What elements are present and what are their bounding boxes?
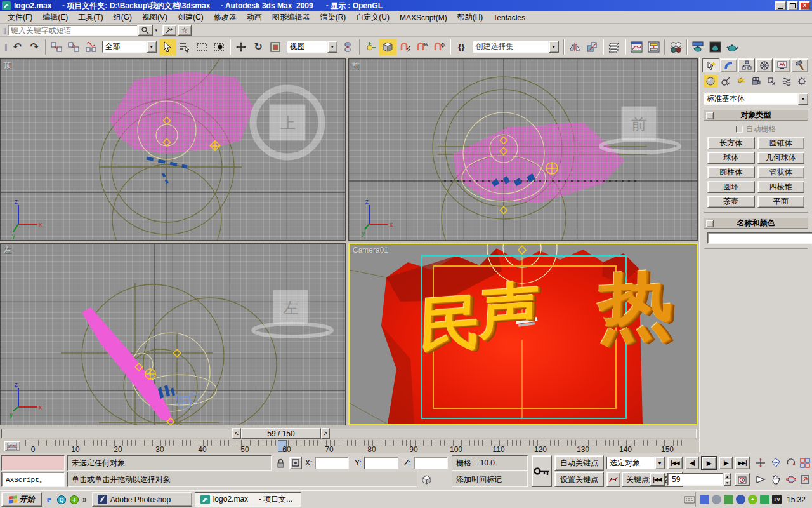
window-crossing-button[interactable] bbox=[211, 39, 228, 55]
tab-hierarchy[interactable] bbox=[738, 58, 755, 72]
named-selection-sets-button[interactable]: {} bbox=[453, 39, 470, 55]
render-setup-button[interactable] bbox=[690, 39, 707, 55]
torus-button[interactable]: 圆环 bbox=[707, 181, 755, 193]
maximize-viewport-toggle[interactable] bbox=[798, 472, 812, 486]
tab-modify[interactable] bbox=[720, 58, 737, 72]
current-frame-field[interactable]: 59 bbox=[667, 473, 723, 486]
selection-filter-dropdown[interactable]: 全部 ▼ bbox=[102, 41, 157, 53]
category-shapes[interactable] bbox=[719, 75, 733, 88]
select-move-button[interactable] bbox=[233, 39, 250, 55]
frame-spinner[interactable]: ▲ ▼ bbox=[724, 473, 731, 486]
arc-rotate-button[interactable] bbox=[784, 472, 798, 486]
viewcube-front-face-label[interactable]: 前 bbox=[629, 115, 648, 134]
viewcube-top-face-label[interactable]: 上 bbox=[278, 114, 298, 133]
category-helpers[interactable] bbox=[764, 75, 778, 88]
material-editor-button[interactable] bbox=[667, 39, 684, 55]
category-cameras[interactable] bbox=[749, 75, 763, 88]
schematic-view-button[interactable] bbox=[645, 39, 662, 55]
curve-editor-button[interactable] bbox=[628, 39, 645, 55]
spinner-down-icon[interactable]: ▼ bbox=[724, 479, 731, 486]
search-input[interactable] bbox=[8, 25, 138, 36]
category-systems[interactable] bbox=[795, 75, 809, 88]
zoom-extents-all-button[interactable] bbox=[798, 456, 812, 470]
mirror-button[interactable] bbox=[566, 39, 584, 55]
favorites-button[interactable]: ☆ bbox=[178, 25, 192, 36]
previous-frame-button[interactable]: ◀| bbox=[685, 457, 699, 469]
redo-button[interactable]: ↷ bbox=[26, 39, 43, 55]
task-photoshop[interactable]: Adobe Photoshop bbox=[92, 492, 192, 507]
key-selection-dropdown[interactable]: 选定对象 ▼ bbox=[606, 457, 665, 469]
search-dropdown-button[interactable]: ▼ bbox=[153, 25, 160, 36]
autogrid-checkbox[interactable] bbox=[736, 126, 743, 133]
communication-center-button[interactable] bbox=[162, 25, 176, 36]
track-bar[interactable]: 0 10 20 30 40 50 60 70 80 90 100 110 120… bbox=[0, 439, 699, 453]
select-manipulate-button[interactable] bbox=[362, 39, 379, 55]
quicklaunch-overflow-chevron[interactable]: » bbox=[82, 495, 87, 504]
menu-tools[interactable]: 工具(T) bbox=[73, 11, 108, 24]
task-3dsmax[interactable]: logo2.max - 项目文... bbox=[195, 492, 301, 507]
menu-tentacles[interactable]: Tentacles bbox=[488, 12, 530, 23]
menu-customize[interactable]: 自定义(U) bbox=[351, 11, 395, 24]
tab-create[interactable] bbox=[702, 58, 719, 72]
selection-lock-button[interactable] bbox=[274, 457, 287, 469]
unlink-button[interactable] bbox=[65, 39, 82, 55]
viewport-top[interactable]: 顶 bbox=[0, 58, 346, 241]
zoom-all-button[interactable] bbox=[784, 456, 798, 470]
auto-key-button[interactable]: 自动关键点 bbox=[554, 455, 604, 471]
quicklaunch-browser-icon[interactable]: e bbox=[43, 494, 55, 505]
select-rotate-button[interactable]: ↻ bbox=[250, 39, 267, 55]
key-curve-button[interactable] bbox=[606, 472, 620, 487]
tray-360-plus-icon[interactable]: + bbox=[748, 495, 757, 504]
sphere-button[interactable]: 球体 bbox=[707, 152, 755, 164]
name-color-rollout-header[interactable]: 名称和颜色 bbox=[704, 218, 808, 229]
pyramid-button[interactable]: 四棱锥 bbox=[757, 181, 805, 193]
select-object-button[interactable] bbox=[159, 39, 176, 55]
angle-snap-button[interactable] bbox=[396, 39, 414, 55]
tray-tv-icon[interactable]: TV bbox=[772, 495, 782, 504]
cone-button[interactable]: 圆锥体 bbox=[757, 137, 805, 149]
category-spacewarps[interactable] bbox=[780, 75, 794, 88]
set-key-button[interactable]: 设置关键点 bbox=[554, 472, 604, 487]
bind-spacewarp-button[interactable] bbox=[82, 39, 100, 55]
tray-network-icon[interactable] bbox=[700, 495, 709, 504]
play-button[interactable]: ▶ bbox=[701, 456, 717, 470]
viewcube-left-face-label[interactable]: 左 bbox=[281, 298, 300, 318]
minimize-button[interactable] bbox=[775, 1, 786, 10]
teapot-button[interactable]: 茶壶 bbox=[707, 196, 755, 208]
menu-modifiers[interactable]: 修改器 bbox=[209, 11, 242, 24]
z-coordinate-field[interactable] bbox=[414, 457, 448, 469]
menu-help[interactable]: 帮助(H) bbox=[452, 11, 488, 24]
menu-file[interactable]: 文件(F) bbox=[3, 11, 37, 24]
time-slider-track[interactable] bbox=[1, 429, 697, 438]
quicklaunch-update-icon[interactable]: + bbox=[69, 494, 80, 505]
object-name-field[interactable] bbox=[707, 232, 812, 244]
geosphere-button[interactable]: 几何球体 bbox=[757, 152, 805, 164]
undo-button[interactable]: ↶ bbox=[9, 39, 26, 55]
primitive-category-dropdown[interactable]: 标准基本体 ▼ bbox=[704, 93, 808, 105]
grid-toggle[interactable] bbox=[420, 473, 433, 486]
reference-coordinate-dropdown[interactable]: 视图 ▼ bbox=[287, 41, 337, 53]
maxscript-mini-listener-pink[interactable] bbox=[1, 455, 65, 471]
tray-browser-icon[interactable] bbox=[736, 495, 745, 504]
plane-button[interactable]: 平面 bbox=[757, 196, 805, 208]
tube-button[interactable]: 管状体 bbox=[757, 166, 805, 178]
menu-maxscript[interactable]: MAXScript(M) bbox=[395, 12, 452, 23]
zoom-button[interactable] bbox=[754, 456, 768, 470]
key-mode-toggle[interactable]: |◀◀ bbox=[650, 473, 665, 486]
menu-create[interactable]: 创建(C) bbox=[173, 11, 209, 24]
time-slider-next-button[interactable]: > bbox=[321, 428, 330, 439]
spinner-up-icon[interactable]: ▲ bbox=[724, 473, 731, 479]
category-lights[interactable] bbox=[734, 75, 748, 88]
menu-group[interactable]: 组(G) bbox=[108, 11, 137, 24]
rendered-frame-button[interactable] bbox=[707, 39, 724, 55]
close-button[interactable]: × bbox=[799, 1, 810, 10]
pan-button[interactable] bbox=[769, 472, 783, 486]
select-scale-button[interactable] bbox=[267, 39, 284, 55]
maximize-button[interactable] bbox=[787, 1, 798, 10]
language-bar-keyboard-icon[interactable] bbox=[684, 494, 695, 505]
use-pivot-center-button[interactable] bbox=[340, 39, 357, 55]
tab-display[interactable] bbox=[773, 58, 790, 72]
tray-shield-icon[interactable] bbox=[760, 495, 769, 504]
mini-curve-editor-button[interactable] bbox=[4, 441, 20, 451]
cylinder-button[interactable]: 圆柱体 bbox=[707, 166, 755, 178]
